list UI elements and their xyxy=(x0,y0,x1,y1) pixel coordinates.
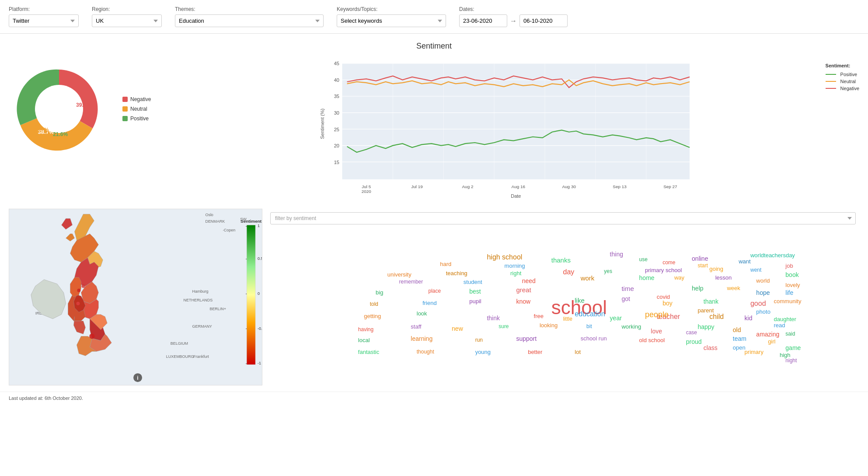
wordcloud-filter-select[interactable]: filter by sentiment xyxy=(270,212,856,224)
wordcloud-word[interactable]: help xyxy=(692,285,703,292)
wordcloud-word[interactable]: teaching xyxy=(446,270,467,276)
wordcloud-word[interactable]: night xyxy=(785,357,797,364)
wordcloud-word[interactable]: want xyxy=(739,258,750,265)
wordcloud-word[interactable]: boy xyxy=(662,300,673,307)
wordcloud-word[interactable]: student xyxy=(464,279,482,285)
wordcloud-word[interactable]: young xyxy=(475,349,491,355)
wordcloud-word[interactable]: sure xyxy=(498,323,509,329)
wordcloud-word[interactable]: covid xyxy=(657,294,670,300)
wordcloud-word[interactable]: got xyxy=(621,295,630,302)
wordcloud-word[interactable]: love xyxy=(651,328,662,335)
wordcloud-word[interactable]: learning xyxy=(411,335,432,342)
wordcloud-word[interactable]: primary school xyxy=(645,267,682,273)
wordcloud-word[interactable]: job xyxy=(785,262,793,269)
keywords-select[interactable]: Select keywords xyxy=(337,14,446,27)
wordcloud-word[interactable]: proud xyxy=(686,338,702,345)
wordcloud-word[interactable]: fantastic xyxy=(358,349,379,355)
wordcloud-word[interactable]: use xyxy=(639,256,648,262)
wordcloud-word[interactable]: hard xyxy=(440,261,451,267)
wordcloud-word[interactable]: thank xyxy=(704,298,718,305)
wordcloud-word[interactable]: said xyxy=(785,331,795,337)
wordcloud-word[interactable]: game xyxy=(785,344,801,351)
date-end-input[interactable] xyxy=(519,14,568,27)
wordcloud-word[interactable]: high school xyxy=(487,253,522,261)
wordcloud-word[interactable]: know xyxy=(516,298,530,305)
wordcloud-word[interactable]: old xyxy=(733,326,741,333)
wordcloud-word[interactable]: book xyxy=(785,271,798,278)
wordcloud-word[interactable]: come xyxy=(662,259,675,266)
wordcloud-word[interactable]: lot xyxy=(575,349,581,355)
wordcloud-word[interactable]: year xyxy=(610,315,622,322)
wordcloud-word[interactable]: lesson xyxy=(715,274,732,281)
wordcloud-word[interactable]: online xyxy=(692,255,708,262)
wordcloud-word[interactable]: worldteachersday xyxy=(750,252,795,259)
wordcloud-word[interactable]: told xyxy=(370,301,378,307)
wordcloud-word[interactable]: right xyxy=(510,270,521,276)
wordcloud-word[interactable]: lovely xyxy=(785,282,800,288)
wordcloud-word[interactable]: going xyxy=(709,266,723,272)
wordcloud-word[interactable]: morning xyxy=(505,262,525,269)
wordcloud-word[interactable]: bit xyxy=(586,323,592,329)
wordcloud-word[interactable]: think xyxy=(487,315,500,322)
wordcloud-word[interactable]: staff xyxy=(411,323,421,330)
wordcloud-word[interactable]: went xyxy=(750,267,761,273)
themes-select[interactable]: Education xyxy=(175,14,324,27)
wordcloud-word[interactable]: run xyxy=(475,337,483,343)
wordcloud-word[interactable]: start xyxy=(697,262,708,269)
wordcloud-word[interactable]: home xyxy=(639,274,655,281)
wordcloud-word[interactable]: world xyxy=(756,277,770,284)
wordcloud-word[interactable]: friend xyxy=(422,300,437,306)
wordcloud-word[interactable]: look xyxy=(417,310,427,317)
wordcloud-word[interactable]: new xyxy=(452,325,463,332)
wordcloud-word[interactable]: girl xyxy=(768,338,775,345)
wordcloud-word[interactable]: kid xyxy=(745,315,753,322)
date-start-input[interactable] xyxy=(459,14,507,27)
wordcloud-word[interactable]: place xyxy=(429,288,441,294)
wordcloud-word[interactable]: free xyxy=(534,313,544,319)
wordcloud-word[interactable]: yes xyxy=(604,268,612,274)
wordcloud-word[interactable]: community xyxy=(774,298,802,304)
wordcloud-word[interactable]: local xyxy=(358,337,370,343)
wordcloud-word[interactable]: work xyxy=(581,274,595,282)
wordcloud-word[interactable]: having xyxy=(358,326,373,332)
wordcloud-word[interactable]: people xyxy=(645,310,669,319)
wordcloud-word[interactable]: looking xyxy=(540,322,558,329)
wordcloud-word[interactable]: read xyxy=(774,322,785,329)
wordcloud-word[interactable]: happy xyxy=(697,323,714,330)
wordcloud-word[interactable]: great xyxy=(516,286,531,294)
wordcloud-word[interactable]: pupil xyxy=(469,298,481,304)
wordcloud-word[interactable]: support xyxy=(516,335,537,342)
wordcloud-word[interactable]: little xyxy=(563,316,572,322)
wordcloud-word[interactable]: working xyxy=(621,323,641,330)
wordcloud-word[interactable]: old school xyxy=(639,337,665,343)
wordcloud-word[interactable]: life xyxy=(785,289,793,296)
wordcloud-word[interactable]: thing xyxy=(610,251,623,258)
wordcloud-word[interactable]: best xyxy=(469,288,481,295)
wordcloud-word[interactable]: thanks xyxy=(551,256,571,264)
wordcloud-word[interactable]: university xyxy=(387,271,411,278)
wordcloud-word[interactable]: primary xyxy=(745,349,763,355)
wordcloud-word[interactable]: better xyxy=(528,349,542,355)
wordcloud-word[interactable]: need xyxy=(522,277,536,284)
wordcloud-word[interactable]: getting xyxy=(364,313,381,319)
wordcloud-word[interactable]: week xyxy=(727,285,740,291)
wordcloud-word[interactable]: good xyxy=(750,300,766,308)
wordcloud-word[interactable]: hope xyxy=(756,289,770,296)
wordcloud-word[interactable]: remember xyxy=(399,279,423,285)
wordcloud-word[interactable]: big xyxy=(376,289,383,296)
wordcloud-word[interactable]: school run xyxy=(581,335,607,342)
wordcloud-word[interactable]: way xyxy=(674,274,684,281)
wordcloud-word[interactable]: child xyxy=(709,313,724,321)
wordcloud-word[interactable]: education xyxy=(575,310,605,318)
wordcloud-word[interactable]: team xyxy=(733,335,746,342)
wordcloud-word[interactable]: amazing xyxy=(756,331,779,338)
wordcloud-word[interactable]: open xyxy=(733,344,746,351)
region-select[interactable]: UK xyxy=(92,14,162,27)
wordcloud-word[interactable]: thought xyxy=(417,349,434,355)
wordcloud-word[interactable]: case xyxy=(686,329,697,336)
wordcloud-word[interactable]: day xyxy=(563,268,575,276)
wordcloud-word[interactable]: photo xyxy=(756,308,770,315)
wordcloud-word[interactable]: time xyxy=(621,285,634,292)
platform-select[interactable]: Twitter xyxy=(9,14,79,27)
wordcloud-word[interactable]: like xyxy=(575,297,585,304)
